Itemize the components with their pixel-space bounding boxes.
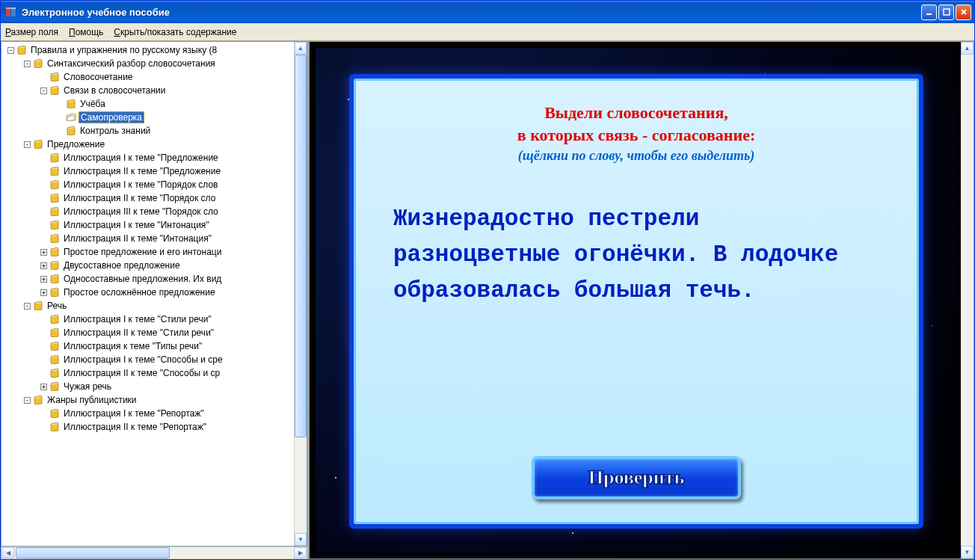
tree-node[interactable]: Иллюстрация к теме "Типы речи" <box>4 339 307 353</box>
tree-node-label[interactable]: Учёба <box>79 99 107 109</box>
tree-node[interactable]: -Связи в словосочетании <box>4 84 307 97</box>
collapse-icon[interactable]: - <box>24 397 31 404</box>
tree-node[interactable]: Иллюстрация II к теме "Способы и ср <box>4 366 307 380</box>
check-button[interactable]: Проверить <box>532 456 741 499</box>
tree-node[interactable]: Словосочетание <box>4 70 307 84</box>
scroll-left-arrow-icon[interactable]: ◀ <box>1 547 14 559</box>
tree-node-label[interactable]: Словосочетание <box>62 72 135 82</box>
hscroll-thumb[interactable] <box>16 547 170 559</box>
tree-node-label[interactable]: Иллюстрация I к теме "Интонация" <box>62 220 211 230</box>
tree-node[interactable]: Иллюстрация I к теме "Порядок слов <box>4 178 307 191</box>
book-icon <box>49 86 60 95</box>
tree-node-label[interactable]: Двусоставное предложение <box>62 260 182 271</box>
tree-node-label[interactable]: Иллюстрация I к теме "Порядок слов <box>62 179 219 190</box>
scroll-thumb[interactable] <box>295 55 307 437</box>
scroll-down-arrow-icon[interactable]: ▼ <box>295 533 307 546</box>
tree-node-label[interactable]: Иллюстрация II к теме "Стили речи" <box>62 327 215 338</box>
tree-node[interactable]: Иллюстрация I к теме "Способы и сре <box>4 353 307 366</box>
menu-toggle-contents[interactable]: Скрыть/показать содержание <box>114 27 236 37</box>
tree-node-label[interactable]: Контроль знаний <box>79 126 152 136</box>
tree-node[interactable]: Иллюстрация II к теме "Интонация" <box>4 232 307 245</box>
tree-node[interactable]: Иллюстрация III к теме "Порядок сло <box>4 205 307 218</box>
expand-icon[interactable]: + <box>40 249 47 256</box>
tree-node[interactable]: Иллюстрация II к теме "Стили речи" <box>4 326 307 339</box>
titlebar[interactable]: Электронное учебное пособие <box>1 1 974 23</box>
tree-node-label[interactable]: Жанры публицистики <box>46 395 138 405</box>
collapse-icon[interactable]: - <box>24 141 31 148</box>
tree-node[interactable]: +Двусоставное предложение <box>4 259 307 272</box>
collapse-icon[interactable]: - <box>7 47 14 54</box>
tree-node[interactable]: -Предложение <box>4 138 307 151</box>
content-panel: Выдели словосочетания, в которых связь -… <box>309 41 974 559</box>
collapse-icon[interactable]: - <box>40 87 47 94</box>
expander-placeholder <box>40 222 47 229</box>
tree-node-label[interactable]: Иллюстрация I к теме "Репортаж" <box>62 408 206 419</box>
tree-node-label[interactable]: Иллюстрация II к теме "Интонация" <box>62 233 213 244</box>
scroll-track[interactable] <box>295 55 307 533</box>
tree-node-label[interactable]: Иллюстрация II к теме "Способы и ср <box>62 368 221 378</box>
tree-node-label[interactable]: Иллюстрация I к теме "Способы и сре <box>62 354 224 365</box>
tree-node[interactable]: -Синтаксический разбор словосочетания <box>4 57 307 70</box>
tree-node[interactable]: Иллюстрация I к теме "Интонация" <box>4 218 307 232</box>
expand-icon[interactable]: + <box>40 262 47 269</box>
content-vertical-scrollbar[interactable]: ▲ ▼ <box>961 42 974 559</box>
tree-node-label[interactable]: Синтаксический разбор словосочетания <box>46 58 217 69</box>
hscroll-track[interactable] <box>14 547 294 559</box>
tree-node[interactable]: +Простое осложнённое предложение <box>4 286 307 299</box>
tree-node[interactable]: Иллюстрация II к теме "Репортаж" <box>4 420 307 434</box>
tree-node-label[interactable]: Иллюстрация I к теме "Стили речи" <box>62 314 213 324</box>
tree-node[interactable]: Иллюстрация II к теме "Предложение <box>4 164 307 178</box>
tree-node-label[interactable]: Простое предложение и его интонаци <box>62 247 223 257</box>
tree-node-label[interactable]: Речь <box>46 301 68 311</box>
tree-node[interactable]: Самопроверка <box>4 111 307 124</box>
scroll-up-arrow-icon[interactable]: ▲ <box>961 42 974 55</box>
tree-node[interactable]: Контроль знаний <box>4 124 307 138</box>
tree-node[interactable]: Иллюстрация II к теме "Порядок сло <box>4 191 307 205</box>
close-button[interactable] <box>956 4 971 20</box>
scroll-down-arrow-icon[interactable]: ▼ <box>961 546 974 559</box>
space-background: Выдели словосочетания, в которых связь -… <box>316 48 957 553</box>
collapse-icon[interactable]: - <box>24 303 31 310</box>
tree-node[interactable]: +Чужая речь <box>4 380 307 393</box>
tree-node-label[interactable]: Чужая речь <box>62 381 113 392</box>
tree-node-label[interactable]: Правила и упражнения по русскому языку (… <box>29 45 218 55</box>
menu-field-size[interactable]: Размер поля <box>5 27 58 37</box>
tree-node[interactable]: +Односоставные предложения. Их вид <box>4 272 307 286</box>
tree-node-label[interactable]: Иллюстрация II к теме "Предложение <box>62 166 222 176</box>
tree-node[interactable]: Учёба <box>4 97 307 111</box>
tree-node-label[interactable]: Односоставные предложения. Их вид <box>62 274 223 284</box>
tree-horizontal-scrollbar[interactable]: ◀ ▶ <box>1 547 307 559</box>
book-icon <box>49 221 60 230</box>
exercise-text[interactable]: Жизнерадостно пестрели разноцветные огон… <box>386 201 887 309</box>
tree-node[interactable]: +Простое предложение и его интонаци <box>4 245 307 259</box>
book-icon <box>33 396 43 404</box>
tree-node-label[interactable]: Связи в словосочетании <box>62 85 167 96</box>
expand-icon[interactable]: + <box>40 384 47 390</box>
tree-node[interactable]: -Жанры публицистики <box>4 393 307 407</box>
tree-node[interactable]: Иллюстрация I к теме "Предложение <box>4 151 307 164</box>
expand-icon[interactable]: + <box>40 276 47 283</box>
book-icon <box>66 99 76 108</box>
tree-node-label[interactable]: Самопроверка <box>79 111 144 123</box>
tree-node-label[interactable]: Иллюстрация II к теме "Порядок сло <box>62 193 217 203</box>
tree-node-label[interactable]: Иллюстрация I к теме "Предложение <box>62 153 220 163</box>
tree-vertical-scrollbar[interactable]: ▲ ▼ <box>294 42 307 546</box>
tree-node[interactable]: Иллюстрация I к теме "Стили речи" <box>4 313 307 326</box>
expander-placeholder <box>40 168 47 175</box>
tree-node-label[interactable]: Иллюстрация III к теме "Порядок сло <box>62 206 220 217</box>
tree-node-label[interactable]: Иллюстрация II к теме "Репортаж" <box>62 422 208 432</box>
tree-node[interactable]: -Речь <box>4 299 307 313</box>
tree-node[interactable]: Иллюстрация I к теме "Репортаж" <box>4 407 307 420</box>
menu-help[interactable]: Помощь <box>69 27 103 37</box>
tree-node-label[interactable]: Предложение <box>46 139 106 150</box>
tree-node-label[interactable]: Простое осложнённое предложение <box>62 287 217 298</box>
scroll-right-arrow-icon[interactable]: ▶ <box>294 547 307 559</box>
tree-node-label[interactable]: Иллюстрация к теме "Типы речи" <box>62 341 203 351</box>
collapse-icon[interactable]: - <box>24 61 31 67</box>
maximize-button[interactable] <box>938 4 954 20</box>
tree-node[interactable]: -Правила и упражнения по русскому языку … <box>4 43 307 57</box>
scroll-up-arrow-icon[interactable]: ▲ <box>295 42 307 55</box>
expand-icon[interactable]: + <box>40 289 47 296</box>
contents-tree[interactable]: -Правила и упражнения по русскому языку … <box>1 42 307 435</box>
minimize-button[interactable] <box>921 4 937 20</box>
